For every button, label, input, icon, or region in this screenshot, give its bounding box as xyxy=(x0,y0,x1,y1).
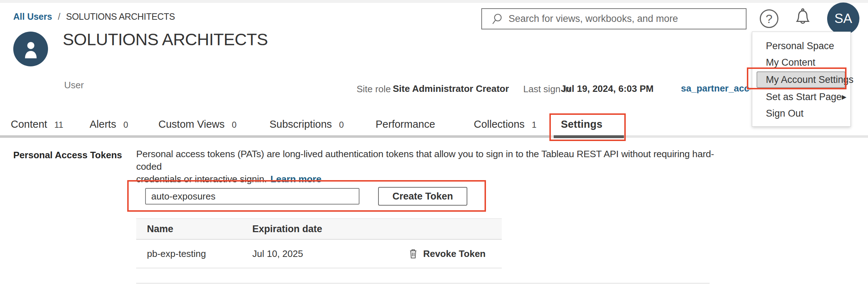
notifications-bell-icon[interactable] xyxy=(791,6,814,29)
window-top-strip xyxy=(0,0,868,3)
section-divider xyxy=(136,283,710,284)
breadcrumb-separator: / xyxy=(58,11,60,22)
tab-label: Custom Views xyxy=(158,118,225,130)
menu-item-my-content[interactable]: My Content xyxy=(752,54,850,71)
tab-content[interactable]: Content 11 xyxy=(11,118,63,130)
menu-item-set-as-start-page[interactable]: Set as Start Page ▶ xyxy=(752,89,850,105)
search-icon xyxy=(489,11,505,27)
pat-description-line1: Personal access tokens (PATs) are long-l… xyxy=(136,149,714,172)
token-name-input[interactable] xyxy=(145,188,359,205)
help-glyph: ? xyxy=(766,12,773,26)
column-header-name: Name xyxy=(136,224,252,235)
tab-label: Subscriptions xyxy=(270,118,332,130)
avatar-initials: SA xyxy=(834,11,852,26)
tab-settings[interactable]: Settings xyxy=(561,118,602,130)
account-username-link[interactable]: sa_partner_accou xyxy=(681,83,750,94)
revoke-token-label: Revoke Token xyxy=(423,248,486,259)
tabbar-divider-left xyxy=(0,135,550,138)
selected-tab-underline xyxy=(554,135,624,138)
submenu-arrow-icon: ▶ xyxy=(842,93,846,101)
tab-label: Alerts xyxy=(90,118,116,130)
token-expiration-cell: Jul 10, 2025 xyxy=(252,248,396,259)
tab-count: 11 xyxy=(54,120,63,130)
tab-alerts[interactable]: Alerts 0 xyxy=(90,118,128,130)
page-title: SOLUTIONS ARCHITECTS xyxy=(63,29,268,49)
learn-more-link[interactable]: Learn more xyxy=(270,174,321,184)
site-role-value: Site Administrator Creator xyxy=(393,83,509,94)
site-role-label: Site role xyxy=(357,84,391,95)
profile-avatar xyxy=(13,32,48,66)
search-input[interactable] xyxy=(509,13,738,24)
user-account-menu: Personal Space My Content My Account Set… xyxy=(752,32,851,127)
trash-icon xyxy=(407,248,419,259)
tab-label: Settings xyxy=(561,118,602,130)
table-row: pb-exp-testing Jul 10, 2025 Revoke Token xyxy=(136,240,502,268)
create-token-button[interactable]: Create Token xyxy=(378,187,467,206)
user-avatar-button[interactable]: SA xyxy=(827,3,859,35)
user-type-label: User xyxy=(64,80,84,91)
last-sign-in-value: Jul 19, 2024, 6:03 PM xyxy=(561,83,654,94)
token-name-cell: pb-exp-testing xyxy=(136,248,252,259)
tab-count: 0 xyxy=(339,120,344,130)
global-search[interactable] xyxy=(481,8,747,29)
pat-section-title: Personal Access Tokens xyxy=(13,150,122,161)
token-table-header: Name Expiration date xyxy=(136,218,502,240)
menu-item-my-account-settings[interactable]: My Account Settings xyxy=(757,71,845,88)
tab-custom-views[interactable]: Custom Views 0 xyxy=(158,118,237,130)
revoke-token-button[interactable]: Revoke Token xyxy=(407,248,502,259)
breadcrumb: All Users / SOLUTIONS ARCHITECTS xyxy=(13,11,175,22)
pat-description: Personal access tokens (PATs) are long-l… xyxy=(136,148,724,186)
menu-item-personal-space[interactable]: Personal Space xyxy=(752,38,850,54)
help-icon[interactable]: ? xyxy=(760,9,778,28)
tab-label: Content xyxy=(11,118,47,130)
tab-count: 1 xyxy=(532,120,536,130)
tab-collections[interactable]: Collections 1 xyxy=(474,118,536,130)
person-icon xyxy=(18,36,44,62)
breadcrumb-current-page: SOLUTIONS ARCHITECTS xyxy=(66,11,175,22)
tab-label: Collections xyxy=(474,118,525,130)
token-table: Name Expiration date pb-exp-testing Jul … xyxy=(136,218,502,268)
tab-label: Performance xyxy=(376,118,435,130)
tab-count: 0 xyxy=(123,120,128,130)
tab-count: 0 xyxy=(232,120,237,130)
tab-performance[interactable]: Performance xyxy=(376,118,435,130)
menu-item-label: Set as Start Page xyxy=(766,92,842,103)
pat-description-line2: credentials or interactive signin. xyxy=(136,174,267,184)
menu-item-sign-out[interactable]: Sign Out xyxy=(752,105,850,122)
breadcrumb-all-users-link[interactable]: All Users xyxy=(13,11,52,22)
tab-subscriptions[interactable]: Subscriptions 0 xyxy=(270,118,344,130)
column-header-expiration: Expiration date xyxy=(252,224,396,235)
